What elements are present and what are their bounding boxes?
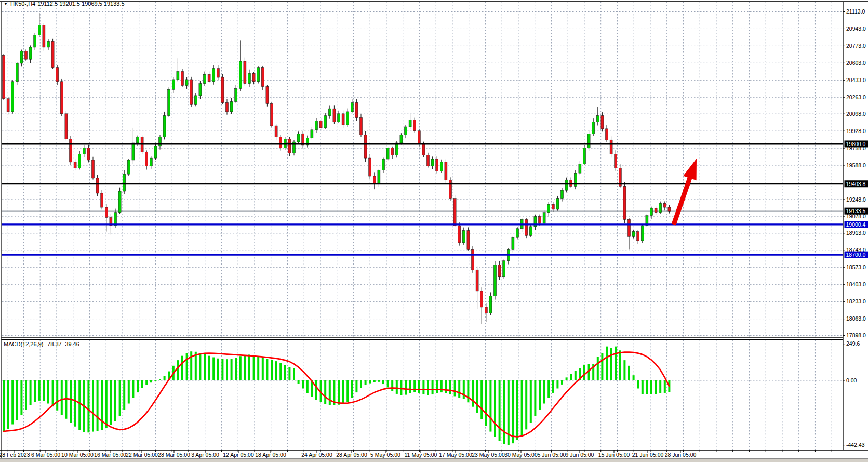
macd-histogram-bar bbox=[52, 380, 54, 406]
bull-candle bbox=[204, 74, 206, 83]
bear-candle bbox=[181, 71, 184, 85]
bull-candle bbox=[592, 122, 595, 134]
bear-candle bbox=[655, 208, 657, 213]
bear-candle bbox=[453, 199, 456, 226]
price-tick-label: 20603.0 bbox=[846, 60, 866, 66]
bull-candle bbox=[587, 134, 590, 148]
price-tick-label: 20098.0 bbox=[846, 111, 866, 117]
bear-candle bbox=[628, 219, 631, 236]
bear-candle bbox=[623, 186, 626, 219]
bull-candle bbox=[132, 143, 135, 160]
bear-candle bbox=[105, 207, 108, 217]
price-tick-label: 20773.0 bbox=[846, 43, 866, 49]
time-tick-label: 10 Mar 05:00 bbox=[61, 452, 94, 458]
time-tick-label: 11 May 05:00 bbox=[405, 452, 437, 458]
macd-histogram-bar bbox=[499, 380, 501, 441]
macd-histogram-bar bbox=[664, 380, 666, 393]
bull-candle bbox=[83, 148, 85, 154]
bull-candle bbox=[230, 102, 233, 112]
price-chart-svg[interactable]: 21113.020943.020773.020603.020433.020263… bbox=[0, 0, 868, 462]
macd-histogram-bar bbox=[570, 374, 572, 380]
macd-histogram-bar bbox=[92, 380, 94, 432]
macd-histogram-bar bbox=[467, 380, 469, 402]
bear-candle bbox=[355, 103, 358, 118]
bull-candle bbox=[382, 159, 385, 170]
macd-histogram-bar bbox=[422, 380, 424, 394]
macd-histogram-bar bbox=[601, 353, 603, 380]
bear-candle bbox=[226, 103, 229, 112]
price-tick-label: 20433.0 bbox=[846, 77, 866, 83]
bear-candle bbox=[525, 219, 528, 235]
bull-candle bbox=[543, 213, 545, 223]
macd-histogram-bar bbox=[623, 360, 625, 380]
bull-candle bbox=[114, 213, 117, 226]
macd-histogram-bar bbox=[30, 380, 32, 405]
bear-candle bbox=[7, 99, 9, 112]
macd-histogram-bar bbox=[298, 380, 300, 384]
symbol-timeframe-label: HK50-,H4 bbox=[10, 1, 35, 7]
macd-histogram-bar bbox=[164, 376, 166, 380]
bear-candle bbox=[319, 121, 322, 128]
macd-histogram-bar bbox=[141, 380, 143, 388]
bull-candle bbox=[127, 160, 130, 174]
macd-histogram-bar bbox=[181, 356, 183, 380]
macd-histogram-bar bbox=[145, 380, 148, 385]
bear-candle bbox=[498, 265, 501, 277]
macd-histogram-bar bbox=[257, 357, 259, 380]
bull-candle bbox=[351, 103, 353, 112]
bull-candle bbox=[20, 51, 23, 63]
bull-candle bbox=[386, 148, 389, 159]
macd-histogram-bar bbox=[262, 358, 264, 380]
bear-candle bbox=[668, 207, 671, 211]
macd-histogram-bar bbox=[642, 380, 644, 394]
macd-histogram-bar bbox=[534, 380, 536, 416]
bear-candle bbox=[51, 41, 54, 67]
bull-candle bbox=[194, 96, 197, 104]
time-tick-label: 28 Feb 2023 bbox=[0, 452, 30, 458]
time-tick-label: 12 Apr 05:00 bbox=[223, 452, 254, 458]
macd-histogram-bar bbox=[65, 380, 67, 419]
macd-histogram-bar bbox=[110, 380, 112, 425]
macd-histogram-bar bbox=[266, 359, 268, 380]
time-tick-label: 16 Mar 05:00 bbox=[94, 452, 126, 458]
macd-histogram-bar bbox=[150, 380, 152, 382]
bear-candle bbox=[418, 131, 420, 144]
macd-name: MACD(12,26,9) bbox=[4, 341, 43, 347]
macd-histogram-bar bbox=[458, 380, 460, 398]
price-tick-label: 19588.0 bbox=[846, 162, 866, 168]
level-price-badge: 19800.0 bbox=[846, 141, 866, 147]
macd-histogram-bar bbox=[539, 380, 541, 410]
bear-candle bbox=[373, 176, 376, 183]
bear-candle bbox=[25, 51, 28, 60]
bull-candle bbox=[239, 61, 242, 88]
chevron-down-icon[interactable]: ▼ bbox=[4, 2, 8, 6]
macd-histogram-bar bbox=[11, 380, 14, 425]
price-tick-label: 18403.0 bbox=[846, 281, 866, 287]
macd-histogram-bar bbox=[355, 380, 357, 392]
bull-candle bbox=[154, 146, 157, 158]
bull-candle bbox=[409, 120, 411, 127]
time-tick-label: 28 Jun 05:00 bbox=[665, 452, 697, 458]
macd-histogram-bar bbox=[646, 380, 648, 394]
bear-candle bbox=[427, 155, 430, 166]
bull-candle bbox=[11, 82, 14, 112]
macd-histogram-bar bbox=[302, 380, 304, 388]
macd-histogram-bar bbox=[659, 380, 661, 393]
bull-candle bbox=[565, 180, 568, 190]
macd-histogram-bar bbox=[521, 380, 523, 435]
macd-histogram-bar bbox=[253, 355, 255, 380]
bear-candle bbox=[413, 120, 416, 130]
macd-histogram-bar bbox=[199, 353, 201, 380]
bull-candle bbox=[561, 190, 564, 199]
macd-histogram-bar bbox=[177, 360, 179, 380]
macd-histogram-bar bbox=[342, 380, 344, 404]
macd-histogram-bar bbox=[650, 380, 652, 394]
macd-histogram-bar bbox=[279, 363, 282, 380]
bear-candle bbox=[279, 137, 282, 148]
macd-histogram-bar bbox=[87, 380, 89, 432]
bear-candle bbox=[445, 162, 447, 180]
bull-candle bbox=[34, 35, 36, 47]
bull-candle bbox=[400, 135, 403, 143]
bear-candle bbox=[601, 116, 604, 129]
macd-histogram-bar bbox=[615, 347, 617, 380]
